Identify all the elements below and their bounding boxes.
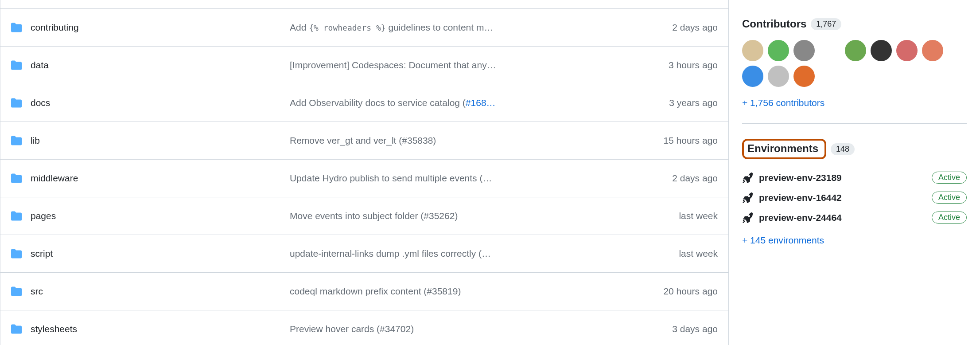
avatar[interactable] [742, 40, 763, 61]
contributors-title: Contributors [742, 18, 806, 30]
environments-title: Environments [747, 142, 818, 155]
file-name: stylesheets [31, 324, 290, 334]
commit-time: last week [625, 211, 718, 221]
table-row: contributingAdd {% rowheaders %} guideli… [0, 9, 728, 47]
avatar[interactable] [896, 40, 918, 61]
environments-count: 148 [831, 143, 855, 155]
table-row: stylesheetsPreview hover cards (#34702)3… [0, 310, 728, 345]
folder-icon [11, 22, 22, 33]
commit-message[interactable]: Add Observability docs to service catalo… [290, 98, 625, 108]
environment-item[interactable]: preview-env-16442Active [742, 192, 967, 204]
sidebar: Contributors 1,767 + 1,756 contributors … [729, 0, 980, 345]
commit-time: 2 days ago [625, 173, 718, 184]
environments-list: preview-env-23189Activepreview-env-16442… [742, 172, 967, 223]
folder-icon [11, 98, 22, 108]
environment-item[interactable]: preview-env-23189Active [742, 172, 967, 184]
table-row: scriptupdate-internal-links dump .yml fi… [0, 235, 728, 273]
folder-icon [11, 248, 22, 259]
file-name: lib [31, 135, 290, 146]
table-row: data[Improvement] Codespaces: Document t… [0, 47, 728, 84]
avatar[interactable] [871, 40, 892, 61]
table-row: pagesMove events into subject folder (#3… [0, 197, 728, 235]
file-link[interactable]: lib [31, 135, 40, 145]
file-link[interactable]: middleware [31, 173, 78, 183]
commit-message[interactable]: Add {% rowheaders %} guidelines to conte… [290, 22, 625, 33]
more-contributors-link[interactable]: + 1,756 contributors [742, 98, 967, 108]
folder-icon [11, 211, 22, 221]
environments-section: Environments 148 preview-env-23189Active… [742, 139, 967, 246]
file-name: contributing [31, 22, 290, 33]
file-link[interactable]: contributing [31, 22, 79, 32]
file-link[interactable]: stylesheets [31, 324, 77, 334]
folder-icon [11, 135, 22, 146]
commit-message[interactable]: update-internal-links dump .yml files co… [290, 248, 625, 259]
environment-item[interactable]: preview-env-24464Active [742, 212, 967, 223]
rocket-icon [742, 192, 753, 203]
avatar[interactable] [742, 66, 763, 87]
file-name: docs [31, 98, 290, 108]
avatar[interactable] [819, 40, 840, 61]
environments-header-highlight[interactable]: Environments [742, 139, 826, 159]
commit-message[interactable]: codeql markdown prefix content (#35819) [290, 286, 625, 297]
contributors-header[interactable]: Contributors 1,767 [742, 18, 967, 30]
environment-name: preview-env-16442 [759, 192, 926, 203]
status-badge: Active [932, 212, 967, 223]
file-link[interactable]: src [31, 286, 43, 296]
issue-link[interactable]: #168… [466, 98, 496, 108]
file-list: contributingAdd {% rowheaders %} guideli… [0, 0, 729, 345]
environment-name: preview-env-24464 [759, 212, 926, 223]
file-link[interactable]: docs [31, 98, 50, 108]
table-row: middlewareUpdate Hydro publish to send m… [0, 160, 728, 197]
status-badge: Active [932, 172, 967, 184]
table-row: libRemove ver_gt and ver_lt (#35838)15 h… [0, 122, 728, 160]
avatar[interactable] [768, 40, 789, 61]
file-name: script [31, 248, 290, 259]
environment-name: preview-env-23189 [759, 172, 926, 183]
commit-time: 3 years ago [625, 98, 718, 108]
file-link[interactable]: pages [31, 211, 56, 221]
table-row: srccodeql markdown prefix content (#3581… [0, 273, 728, 310]
file-name: data [31, 60, 290, 71]
commit-time: 2 days ago [625, 22, 718, 33]
section-divider [742, 123, 967, 124]
rocket-icon [742, 212, 753, 223]
commit-time: 3 hours ago [625, 60, 718, 71]
table-row: docsAdd Observability docs to service ca… [0, 84, 728, 122]
folder-icon [11, 286, 22, 297]
avatar[interactable] [922, 40, 943, 61]
folder-icon [11, 324, 22, 334]
commit-time: 15 hours ago [625, 135, 718, 146]
file-name: src [31, 286, 290, 297]
contributors-count: 1,767 [811, 18, 841, 30]
contributor-avatars [742, 40, 967, 87]
commit-message[interactable]: Remove ver_gt and ver_lt (#35838) [290, 135, 625, 146]
avatar[interactable] [845, 40, 866, 61]
status-badge: Active [932, 192, 967, 204]
commit-message[interactable]: [Improvement] Codespaces: Document that … [290, 60, 625, 71]
more-environments-link[interactable]: + 145 environments [742, 235, 967, 246]
folder-icon [11, 60, 22, 71]
commit-time: 20 hours ago [625, 286, 718, 297]
row-partial-top [0, 0, 728, 9]
commit-message[interactable]: Preview hover cards (#34702) [290, 324, 625, 334]
commit-time: 3 days ago [625, 324, 718, 334]
contributors-section: Contributors 1,767 + 1,756 contributors [742, 18, 967, 108]
avatar[interactable] [793, 40, 815, 61]
avatar[interactable] [768, 66, 789, 87]
commit-message[interactable]: Update Hydro publish to send multiple ev… [290, 173, 625, 184]
file-name: pages [31, 211, 290, 221]
file-link[interactable]: script [31, 248, 53, 259]
file-link[interactable]: data [31, 60, 49, 70]
commit-time: last week [625, 248, 718, 259]
rocket-icon [742, 172, 753, 183]
commit-message[interactable]: Move events into subject folder (#35262) [290, 211, 625, 221]
avatar[interactable] [793, 66, 815, 87]
file-name: middleware [31, 173, 290, 184]
folder-icon [11, 173, 22, 184]
